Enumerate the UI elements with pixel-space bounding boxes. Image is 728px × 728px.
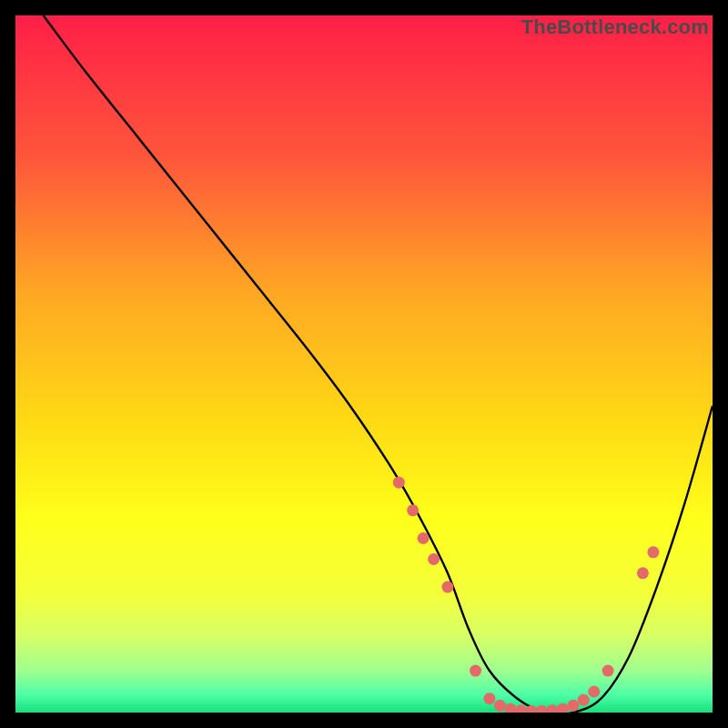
- chart-svg: [15, 15, 713, 713]
- highlight-point: [428, 553, 440, 565]
- highlight-point: [578, 694, 590, 706]
- highlight-point: [441, 581, 453, 593]
- highlight-point: [602, 665, 614, 677]
- chart-frame: TheBottleneck.com: [15, 15, 713, 713]
- highlight-point: [637, 567, 649, 579]
- highlight-point: [418, 532, 430, 544]
- highlight-point: [393, 477, 405, 489]
- highlight-point: [647, 546, 659, 558]
- highlight-point: [588, 686, 600, 698]
- watermark-text: TheBottleneck.com: [521, 15, 709, 39]
- highlight-point: [567, 700, 579, 712]
- highlight-point: [494, 700, 506, 712]
- chart-background: [15, 15, 713, 713]
- highlight-point: [483, 693, 495, 704]
- highlight-point: [470, 665, 481, 677]
- highlight-point: [407, 504, 419, 516]
